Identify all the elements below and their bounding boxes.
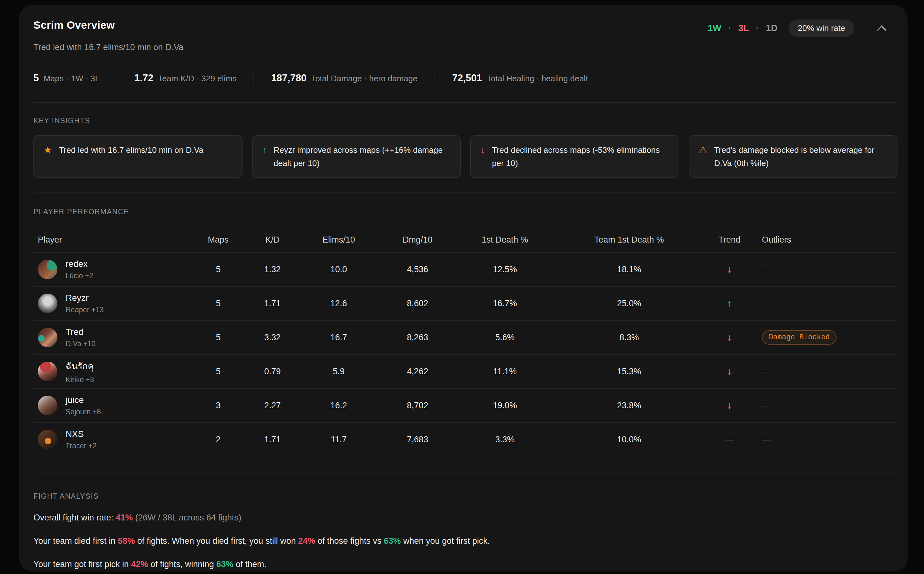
text-segment: Your team died first in [33, 536, 118, 546]
header-right: 1W · 3L · 1D 20% win rate [708, 19, 897, 37]
player-identity: Tred D.Va +10 [66, 327, 96, 348]
table-row[interactable]: redex Lúcio +2 5 1.32 10.0 4,536 12.5% 1… [33, 252, 897, 286]
team-first-death-cell: 8.3% [557, 333, 701, 342]
warning-icon: ⚠ [699, 144, 707, 156]
insight-card: ⚠ Tred's damage blocked is below average… [689, 135, 898, 178]
table-row[interactable]: Tred D.Va +10 5 3.32 16.7 8,263 5.6% 8.3… [33, 320, 897, 354]
player-identity: NXS Tracer +2 [66, 429, 97, 450]
maps-cell: 5 [187, 265, 250, 274]
stat-value: 72,501 [452, 73, 482, 84]
collapse-button[interactable] [875, 21, 889, 35]
column-header-trend: Trend [701, 235, 758, 245]
text-segment: of those fights vs [315, 536, 384, 546]
column-header-kd: K/D [250, 235, 295, 245]
player-cell: Tred D.Va +10 [33, 327, 187, 348]
first-death-cell: 12.5% [453, 265, 557, 274]
team-first-death-cell: 18.1% [557, 265, 701, 274]
player-cell: ฉันรักคุ Kiriko +3 [33, 359, 187, 384]
insight-text: Tred's damage blocked is below average f… [714, 144, 888, 170]
elims10-cell: 5.9 [295, 367, 382, 377]
text-segment: Your team got first pick in [33, 560, 131, 569]
trend-down-icon: ↓ [701, 400, 758, 411]
player-name: ฉันรักคุ [66, 359, 94, 373]
fight-analysis-line: Overall fight win rate: 41% (26W / 38L a… [33, 511, 897, 524]
insight-text: Tred led with 16.7 elims/10 min on D.Va [59, 144, 203, 156]
text-segment: (26W / 38L across 64 fights) [133, 513, 241, 522]
stat-maps: 5 Maps · 1W · 3L [33, 73, 100, 84]
header-left: Scrim Overview [33, 19, 115, 31]
avatar [38, 396, 57, 415]
first-death-cell: 16.7% [453, 299, 557, 308]
dmg10-cell: 7,683 [382, 435, 453, 445]
player-identity: redex Lúcio +2 [66, 259, 93, 280]
kd-cell: 1.71 [250, 299, 295, 308]
dmg10-cell: 8,702 [382, 401, 453, 410]
section-divider [33, 192, 897, 192]
outliers-cell: — [758, 435, 897, 445]
elims10-cell: 10.0 [295, 265, 382, 274]
player-performance-table: Player Maps K/D Elims/10 Dmg/10 1st Deat… [33, 227, 897, 473]
header-subtitle: Tred led with 16.7 elims/10 min on D.Va [33, 43, 897, 52]
damage-blocked-badge[interactable]: Damage Blocked [762, 330, 837, 345]
stat-label: Maps · 1W · 3L [44, 74, 100, 84]
dmg10-cell: 8,602 [382, 299, 453, 308]
stat-highlight: 58% [118, 536, 135, 546]
player-cell: redex Lúcio +2 [33, 259, 187, 280]
table-row[interactable]: juice Sojourn +8 3 2.27 16.2 8,702 19.0%… [33, 388, 897, 422]
team-first-death-cell: 25.0% [557, 299, 701, 308]
team-first-death-cell: 10.0% [557, 435, 701, 445]
stats-strip: 5 Maps · 1W · 3L 1.72 Team K/D · 329 eli… [33, 70, 897, 86]
table-header-row: Player Maps K/D Elims/10 Dmg/10 1st Deat… [33, 227, 897, 252]
record-draws: 1D [766, 23, 778, 33]
player-performance-label: PLAYER PERFORMANCE [33, 208, 897, 216]
header: Scrim Overview 1W · 3L · 1D 20% win rate [33, 19, 897, 37]
table-row[interactable]: NXS Tracer +2 2 1.71 11.7 7,683 3.3% 10.… [33, 422, 897, 456]
divider [117, 70, 117, 86]
trend-up-icon: ↑ [701, 298, 758, 309]
table-row[interactable]: ฉันรักคุ Kiriko +3 5 0.79 5.9 4,262 11.1… [33, 354, 897, 388]
player-hero: Lúcio +2 [66, 271, 93, 280]
player-name: juice [66, 395, 101, 405]
elims10-cell: 12.6 [295, 299, 382, 308]
fight-analysis-line: Your team got first pick in 42% of fight… [33, 558, 897, 571]
maps-cell: 2 [187, 435, 250, 445]
avatar [38, 260, 57, 279]
stat-team-kd: 1.72 Team K/D · 329 elims [134, 73, 237, 84]
trend-down-icon: ↓ [480, 144, 485, 156]
text-segment: of fights. When you died first, you stil… [135, 536, 298, 546]
elims10-cell: 16.2 [295, 401, 382, 410]
maps-cell: 3 [187, 401, 250, 410]
star-icon: ★ [44, 144, 52, 156]
outliers-cell: — [758, 299, 897, 308]
player-identity: Reyzr Reaper +13 [66, 293, 104, 314]
stat-highlight: 42% [131, 560, 148, 569]
kd-cell: 1.71 [250, 435, 295, 445]
player-cell: juice Sojourn +8 [33, 395, 187, 416]
trend-down-icon: ↓ [701, 366, 758, 377]
trend-up-icon: ↑ [262, 144, 267, 156]
player-name: Reyzr [66, 293, 104, 303]
first-death-cell: 5.6% [453, 333, 557, 342]
stat-label: Team K/D · 329 elims [158, 74, 237, 84]
player-name: NXS [66, 429, 97, 439]
stat-highlight: 63% [384, 536, 401, 546]
maps-cell: 5 [187, 367, 250, 377]
avatar [38, 362, 57, 381]
column-header-player: Player [33, 235, 187, 245]
player-identity: juice Sojourn +8 [66, 395, 101, 416]
player-cell: NXS Tracer +2 [33, 429, 187, 450]
column-header-maps: Maps [187, 235, 250, 245]
trend-down-icon: ↓ [701, 264, 758, 275]
divider [435, 70, 435, 86]
team-first-death-cell: 23.8% [557, 401, 701, 410]
kd-cell: 2.27 [250, 401, 295, 410]
outliers-cell: Damage Blocked [758, 330, 897, 345]
stat-value: 1.72 [134, 73, 153, 84]
fight-analysis-line: Your team died first in 58% of fights. W… [33, 535, 897, 547]
first-death-cell: 19.0% [453, 401, 557, 410]
table-row[interactable]: Reyzr Reaper +13 5 1.71 12.6 8,602 16.7%… [33, 286, 897, 320]
elims10-cell: 11.7 [295, 435, 382, 445]
stat-total-damage: 187,780 Total Damage · hero damage [271, 73, 418, 84]
trend-down-icon: ↓ [701, 332, 758, 343]
stat-highlight: 63% [216, 560, 233, 569]
